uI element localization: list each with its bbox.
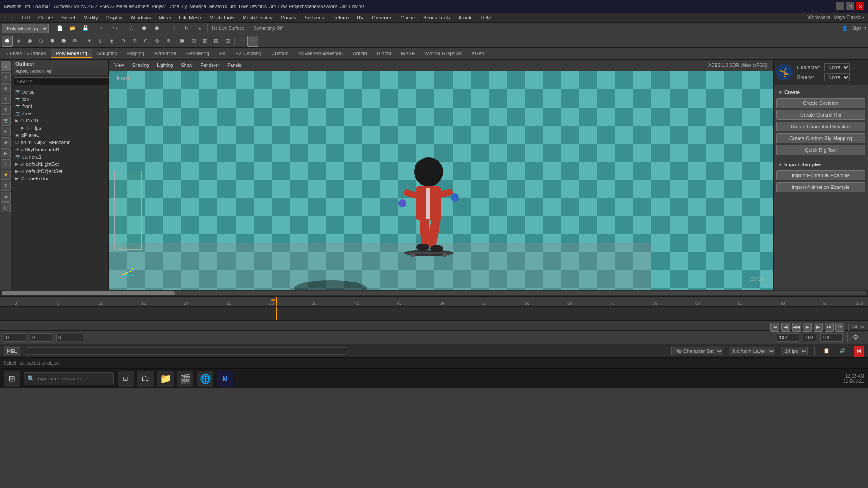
ikspline-icon[interactable]: ⧗ bbox=[106, 36, 117, 47]
outliner-item-ch20[interactable]: ▶ ⬡ Ch20 bbox=[12, 117, 108, 124]
timeline-scrollbar-thumb[interactable] bbox=[2, 291, 175, 295]
symmetry-label[interactable]: Symmetry: Off bbox=[252, 26, 284, 31]
hier-icon1[interactable]: ☰ bbox=[236, 36, 247, 47]
new-scene-icon[interactable]: 📄 bbox=[55, 23, 66, 34]
mirror-icon[interactable]: ▦ bbox=[211, 36, 222, 47]
menu-help[interactable]: Help bbox=[477, 14, 495, 21]
timeline-scrollbar-track[interactable] bbox=[2, 291, 866, 295]
menu-mesh-display[interactable]: Mesh Display bbox=[239, 14, 276, 21]
menu-mesh[interactable]: Mesh bbox=[155, 14, 175, 21]
orient-icon[interactable]: ⊗ bbox=[129, 36, 140, 47]
grid-icon[interactable]: ⊞ bbox=[1, 181, 11, 191]
taskbar-app-browser[interactable]: 🌐 bbox=[197, 371, 213, 387]
vp-renderer-menu[interactable]: Renderer bbox=[197, 62, 223, 69]
goto-end-button[interactable]: ⏭ bbox=[825, 323, 834, 332]
rigging-side-icon[interactable]: ⬡ bbox=[1, 159, 11, 169]
ch20-expand-icon[interactable]: ▶ bbox=[15, 118, 19, 123]
goto-start-button[interactable]: ⏮ bbox=[770, 323, 779, 332]
paint-icon[interactable]: ⬣ bbox=[151, 23, 162, 34]
vp-panels-menu[interactable]: Panels bbox=[224, 62, 245, 69]
tab-fx[interactable]: FX bbox=[215, 49, 230, 58]
timeline-ruler[interactable]: 0 5 10 15 20 25 30 35 40 45 50 55 60 65 … bbox=[0, 297, 868, 307]
taskbar-app-folder[interactable]: 📁 bbox=[157, 371, 174, 387]
no-char-set-select[interactable]: No Character Set bbox=[671, 347, 723, 355]
create-section-header[interactable]: ▼ Create bbox=[776, 88, 865, 96]
no-anim-layer-select[interactable]: No Anim Layer bbox=[729, 347, 775, 355]
rotate-icon[interactable]: ↻ bbox=[181, 23, 192, 34]
play-forward-button[interactable]: ▶ bbox=[803, 323, 812, 332]
play-back-button[interactable]: ◀◀ bbox=[792, 323, 801, 332]
outliner-item-side[interactable]: 📷 side bbox=[12, 110, 108, 117]
viewport[interactable]: View Shading Lighting Show Renderer Pane… bbox=[109, 60, 773, 290]
hips-expand-icon[interactable]: ▶ bbox=[21, 126, 24, 130]
move-icon[interactable]: ✛ bbox=[168, 23, 179, 34]
outliner-item-timeeditor[interactable]: ▶ ⏱ timeEditor bbox=[12, 175, 108, 182]
weight-icon[interactable]: ▥ bbox=[199, 36, 210, 47]
skin-shelf[interactable]: ⬢ bbox=[47, 36, 58, 47]
menu-windows[interactable]: Windows bbox=[127, 14, 155, 21]
range-start-input[interactable] bbox=[4, 333, 26, 342]
menu-bonus-tools[interactable]: Bonus Tools bbox=[420, 14, 454, 21]
tab-custom[interactable]: Custom bbox=[267, 49, 293, 58]
tab-xgen[interactable]: XGen bbox=[467, 49, 489, 58]
snap-icon[interactable]: ⊞ bbox=[1, 105, 11, 115]
taskbar-app-media[interactable]: 🎬 bbox=[177, 371, 193, 387]
deform-shelf[interactable]: ⬣ bbox=[58, 36, 69, 47]
create-skeleton-button[interactable]: Create Skeleton bbox=[776, 98, 865, 108]
scale-icon[interactable]: ⤡ bbox=[193, 23, 204, 34]
create-control-rig-button[interactable]: Create Control Rig bbox=[776, 110, 865, 120]
outliner-item-camera1[interactable]: 📷 camera1 bbox=[12, 153, 108, 160]
detach-icon[interactable]: ▤ bbox=[188, 36, 199, 47]
search-placeholder[interactable]: Type here to search bbox=[37, 376, 81, 381]
prev-frame-button[interactable]: ◀ bbox=[781, 323, 790, 332]
taskview-button[interactable]: ⊡ bbox=[118, 371, 134, 387]
menu-uv[interactable]: UV bbox=[353, 14, 367, 21]
sign-in-icon[interactable]: 👤 bbox=[840, 23, 850, 34]
select-mode-icon[interactable]: ↖ bbox=[1, 61, 11, 71]
character-select[interactable]: None bbox=[824, 63, 850, 71]
import-section-header[interactable]: ▼ Import Samples bbox=[776, 160, 865, 169]
parent-icon[interactable]: ⊕ bbox=[118, 36, 128, 47]
tab-arnold[interactable]: Arnold bbox=[348, 49, 372, 58]
outliner-display-menu[interactable]: Display bbox=[14, 69, 28, 74]
source-select[interactable]: None bbox=[824, 73, 850, 81]
poly-shelf[interactable]: ◈ bbox=[13, 36, 24, 47]
list-icon[interactable]: ☰ bbox=[1, 192, 11, 202]
open-icon[interactable]: 📂 bbox=[67, 23, 78, 34]
timeline-track[interactable] bbox=[0, 307, 868, 320]
bind-skin-icon[interactable]: ▣ bbox=[177, 36, 188, 47]
script-input[interactable] bbox=[26, 347, 346, 355]
sculpt-shelf[interactable]: ◉ bbox=[24, 36, 35, 47]
menu-cache[interactable]: Cache bbox=[397, 14, 419, 21]
point-icon[interactable]: ⊙ bbox=[140, 36, 151, 47]
timeline-playhead[interactable] bbox=[276, 297, 277, 306]
menu-modify[interactable]: Modify bbox=[80, 14, 101, 21]
dlightset-expand[interactable]: ▶ bbox=[15, 162, 19, 166]
vp-show-menu[interactable]: Show bbox=[177, 62, 196, 69]
undo-icon[interactable]: ↩ bbox=[97, 23, 108, 34]
range-end-102-1[interactable] bbox=[777, 333, 799, 342]
current-frame-input[interactable] bbox=[30, 333, 52, 342]
hier-icon2[interactable]: ☰ bbox=[247, 36, 258, 47]
tab-motion-graphics[interactable]: Motion Graphics bbox=[421, 49, 466, 58]
outliner-item-top[interactable]: 📷 top bbox=[12, 95, 108, 103]
next-frame-button[interactable]: ▶ bbox=[814, 323, 823, 332]
pole-icon[interactable]: ⊛ bbox=[163, 36, 174, 47]
import-animation-button[interactable]: Import Animation Example bbox=[776, 182, 865, 192]
vp-shading-menu[interactable]: Shading bbox=[129, 62, 153, 69]
outliner-search-input[interactable] bbox=[14, 77, 110, 85]
menu-surfaces[interactable]: Surfaces bbox=[301, 14, 328, 21]
tab-rigging[interactable]: Rigging bbox=[123, 49, 149, 58]
maximize-button[interactable]: □ bbox=[846, 2, 854, 10]
menu-mesh-tools[interactable]: Mesh Tools bbox=[206, 14, 238, 21]
outliner-help-menu[interactable]: Help bbox=[43, 69, 53, 74]
sign-in-label[interactable]: Sign In bbox=[852, 26, 866, 31]
tab-bifrost[interactable]: Bifrost bbox=[373, 49, 396, 58]
tab-rendering[interactable]: Rendering bbox=[182, 49, 214, 58]
save-icon[interactable]: 💾 bbox=[80, 23, 91, 34]
menu-create[interactable]: Create bbox=[35, 14, 57, 21]
taskbar-app-files[interactable]: 🗂 bbox=[137, 371, 154, 387]
menu-file[interactable]: File bbox=[2, 14, 17, 21]
joint-icon[interactable]: ✦ bbox=[84, 36, 94, 47]
menu-edit-mesh[interactable]: Edit Mesh bbox=[175, 14, 205, 21]
